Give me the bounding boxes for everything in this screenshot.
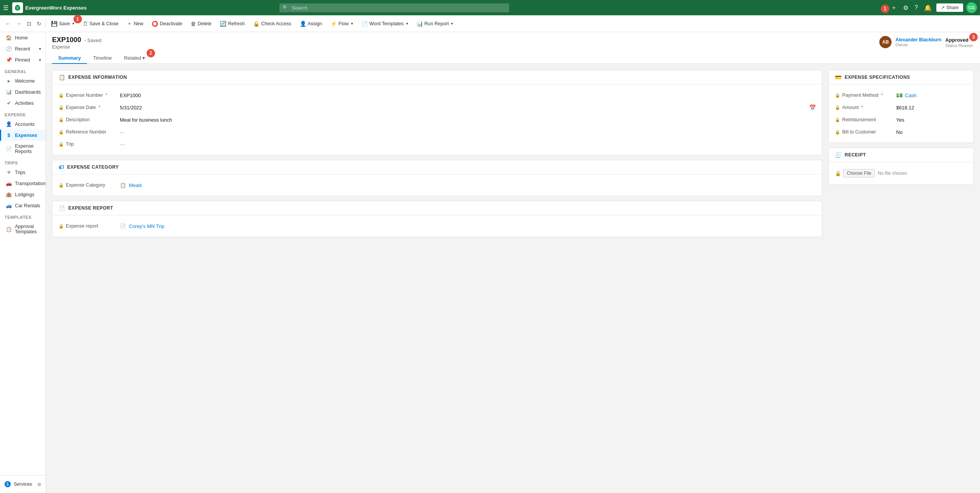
sidebar-item-recent[interactable]: 🕐 Recent ▾ [0, 43, 46, 54]
owner-label: Owner [895, 42, 941, 47]
payment-method-label: 🔒 Payment Method * [835, 93, 896, 98]
new-button[interactable]: ＋ New [123, 18, 147, 29]
flow-icon: ⚡ [330, 21, 337, 27]
run-report-dropdown-arrow: ▾ [451, 21, 453, 26]
save-button[interactable]: 1 💾 Save ▾ [47, 19, 78, 29]
payment-method-value: 💵 Cash [896, 92, 967, 98]
search-bar: 🔍 [279, 3, 509, 12]
tab-timeline[interactable]: Timeline [87, 53, 118, 64]
flow-button[interactable]: ⚡ Flow ▾ [327, 19, 356, 29]
deactivate-button[interactable]: ⭕ Deactivate [148, 19, 186, 29]
payment-method-link[interactable]: Cash [905, 93, 967, 98]
expense-number-value: EXP1000 [120, 93, 816, 98]
separator-1 [45, 19, 46, 28]
sidebar-bottom-services[interactable]: 5 Services ⊙ [0, 478, 46, 490]
word-templates-button[interactable]: 📄 Word Templates ▾ [358, 19, 412, 29]
expense-info-body: 🔒 Expense Number * EXP1000 🔒 Expense Dat… [52, 85, 822, 155]
expense-date-label: 🔒 Expense Date * [59, 105, 120, 110]
sidebar-label-welcome: Welcome [15, 78, 35, 84]
choose-file-button[interactable]: Choose File [843, 169, 875, 177]
services-label: Services [14, 482, 32, 487]
expense-category-link[interactable]: Meals [129, 182, 142, 188]
expense-report-section: 📄 EXPENSE REPORT 🔒 Expense report 📄 Core… [52, 201, 822, 237]
sidebar-item-transportations[interactable]: 🚗 Transportations [0, 178, 46, 189]
pinned-expand-icon: ▾ [39, 58, 41, 62]
add-button[interactable]: ＋ [889, 2, 898, 13]
tab-related[interactable]: 2 Related ▾ [118, 53, 151, 64]
status-section-wrap: 3 Approved ▾ Status Reason [945, 37, 974, 48]
help-button[interactable]: ? [913, 3, 920, 13]
transportations-icon: 🚗 [6, 181, 12, 186]
expense-date-value: 5/31/2022 [120, 105, 809, 111]
expense-number-row: 🔒 Expense Number * EXP1000 [59, 89, 816, 101]
main-layout: 🏠 Home 🕐 Recent ▾ 📌 Pinned ▾ General ▸ W… [0, 32, 980, 493]
sidebar-label-lodgings: Lodgings [15, 192, 34, 197]
sidebar-label-expenses: Expenses [15, 133, 37, 138]
new-label: New [134, 21, 143, 26]
sidebar-item-pinned[interactable]: 📌 Pinned ▾ [0, 54, 46, 65]
share-button[interactable]: ↗ Share [936, 3, 963, 12]
run-report-button[interactable]: 📊 Run Report ▾ [413, 19, 457, 29]
refresh-button[interactable]: 🔄 Refresh [216, 19, 248, 29]
app-name: EvergreenWorx Expenses [25, 5, 87, 11]
sidebar-label-recent: Recent [15, 46, 30, 52]
check-access-label: Check Access [261, 21, 291, 26]
reimbursement-value: Yes [896, 117, 967, 123]
status-value: Approved [945, 37, 969, 43]
sidebar-item-approval-templates[interactable]: 📋 Approval Templates [0, 221, 46, 237]
run-report-label: Run Report [425, 21, 449, 26]
reference-number-label: 🔒 Reference Number [59, 129, 120, 135]
assign-button[interactable]: 👤 Assign [296, 19, 326, 29]
expense-report-value: 📄 Corey's MN Trip [120, 223, 816, 229]
user-avatar[interactable]: CG [966, 2, 977, 13]
sidebar-item-expenses[interactable]: $ Expenses [0, 130, 46, 141]
settings-button[interactable]: ⚙ [902, 3, 910, 13]
home-icon: 🏠 [6, 35, 12, 41]
sidebar-item-dashboards[interactable]: 📊 Dashboards [0, 86, 46, 98]
expense-report-body: 🔒 Expense report 📄 Corey's MN Trip [52, 215, 822, 237]
reference-number-row: 🔒 Reference Number --- [59, 126, 816, 138]
sidebar-item-lodgings[interactable]: 🏨 Lodgings [0, 189, 46, 200]
sidebar-item-car-rentals[interactable]: 🚙 Car Rentals [0, 200, 46, 211]
owner-name[interactable]: Alexander Blackburn [895, 37, 941, 42]
forward-button[interactable]: → [14, 19, 24, 28]
refresh-label: Refresh [228, 21, 245, 26]
run-report-icon: 📊 [416, 21, 423, 27]
required-star-1: * [106, 93, 108, 98]
refresh-view-button[interactable]: ↻ [34, 19, 44, 28]
sidebar-label-approval-templates: Approval Templates [15, 224, 41, 234]
hamburger-menu[interactable]: ☰ [3, 4, 8, 11]
record-view-button[interactable]: ⊡ [24, 19, 34, 28]
record-type: Expense [52, 44, 101, 50]
sidebar-item-home[interactable]: 🏠 Home [0, 32, 46, 43]
record-title-section: EXP1000 - Saved Expense [52, 36, 101, 50]
receipt-body: 🔒 Choose File No file chosen [829, 162, 973, 184]
sidebar-item-expense-reports[interactable]: 📄 Expense Reports [0, 141, 46, 157]
sidebar-label-activities: Activities [15, 101, 34, 106]
record-title-row: EXP1000 - Saved Expense AB Alexander Bla… [52, 36, 974, 50]
app-logo: EvergreenWorx Expenses [12, 2, 87, 13]
delete-button[interactable]: 🗑 Delete [187, 19, 215, 29]
description-label: 🔒 Description [59, 117, 120, 122]
sidebar-item-trips[interactable]: ✈ Trips [0, 167, 46, 178]
sidebar-item-activities[interactable]: ✔ Activities [0, 98, 46, 109]
sidebar-item-accounts[interactable]: 👤 Accounts [0, 119, 46, 130]
save-close-label: Save & Close [90, 21, 119, 26]
search-input[interactable] [279, 3, 509, 12]
navigation-controls: ← → [3, 19, 24, 28]
notifications-button[interactable]: 🔔 [923, 3, 933, 13]
save-close-button[interactable]: 🗒 Save & Close [79, 19, 122, 29]
deactivate-icon: ⭕ [152, 21, 158, 27]
record-header: EXP1000 - Saved Expense AB Alexander Bla… [46, 32, 980, 64]
back-button[interactable]: ← [3, 19, 13, 28]
lock-icon-5: 🔒 [59, 142, 64, 147]
trip-value: --- [120, 142, 816, 147]
owner-info: Alexander Blackburn Owner [895, 37, 941, 47]
expense-report-link[interactable]: Corey's MN Trip [129, 223, 165, 229]
calendar-icon[interactable]: 📅 [809, 104, 816, 111]
expense-date-row: 🔒 Expense Date * 5/31/2022 📅 [59, 101, 816, 114]
sidebar-item-welcome[interactable]: ▸ Welcome [0, 75, 46, 86]
check-access-button[interactable]: 🔒 Check Access [249, 19, 295, 29]
expense-report-header-icon: 📄 [59, 205, 65, 211]
tab-summary[interactable]: Summary [52, 53, 87, 64]
